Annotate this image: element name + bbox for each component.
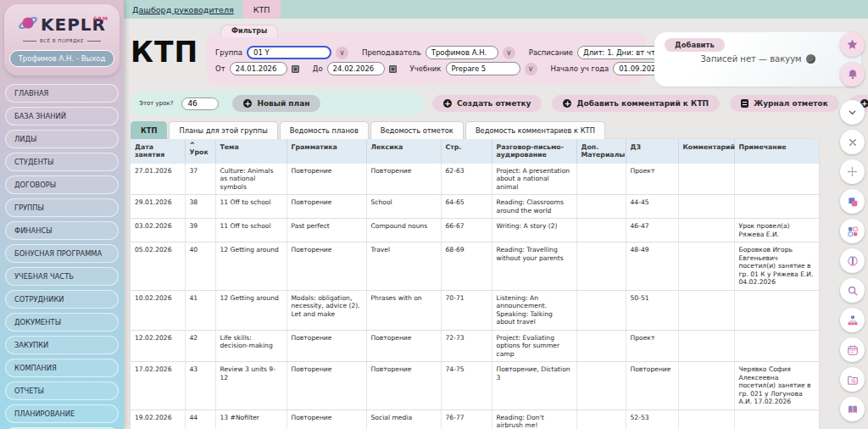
column-header-8[interactable]: ДЗ [626, 139, 678, 164]
cell-0: 12.02.2026 [131, 330, 185, 361]
right-icon-rail [840, 32, 865, 429]
copy-icon[interactable] [840, 189, 865, 214]
sidebar-item-finansy[interactable]: ФИНАНСЫ [5, 221, 119, 240]
sidebar-item-kompaniya[interactable]: КОМПАНИЯ [5, 359, 119, 377]
grid-icon[interactable] [840, 219, 865, 243]
column-header-1[interactable]: ^Урок [185, 139, 215, 164]
column-header-2[interactable]: Тема [215, 139, 287, 164]
view-tab-ktp-comments-sheet[interactable]: Ведомость комментариев к КТП [465, 121, 605, 139]
org-chart-icon[interactable] [840, 308, 865, 332]
folder-search-icon[interactable] [840, 367, 865, 392]
table-row[interactable]: 17.02.202643Review 3 units 9-12Повторени… [131, 362, 819, 410]
view-tab-plans-sheet[interactable]: Ведомость планов [280, 121, 369, 139]
sidebar-item-planirovanie[interactable]: ПЛАНИРОВАНИЕ [5, 404, 119, 423]
column-header-5[interactable]: Стр. [441, 139, 492, 164]
cell-7 [576, 242, 626, 290]
cell-0: 10.02.2026 [131, 290, 185, 330]
move-icon[interactable] [840, 159, 865, 184]
sidebar-item-uchebnaya-chast[interactable]: УЧЕБНАЯ ЧАСТЬ [5, 267, 119, 286]
cell-2: 12 Getting around [215, 242, 287, 290]
tab-dashboard[interactable]: Дашборд руководителя [124, 0, 242, 19]
sidebar-item-dokumenty[interactable]: ДОКУМЕНТЫ [5, 313, 119, 332]
chevron-down-icon: ∨ [339, 48, 345, 57]
textbook-input[interactable] [446, 62, 520, 75]
view-tab-group-plans[interactable]: Планы для этой группы [169, 121, 277, 139]
tab-ktp[interactable]: КТП [242, 0, 281, 19]
cell-6: Reading: Travelling without your parents [492, 242, 576, 290]
table-row[interactable]: 05.02.20264012 Getting aroundПовторениеT… [131, 242, 819, 290]
cell-10: Урок провел(а) Ряжева Е.И. [734, 219, 819, 242]
table-row[interactable]: 27.01.202637Culture: Animals as national… [131, 164, 819, 195]
cell-8: 44-45 [626, 195, 678, 219]
cell-9 [678, 410, 734, 429]
column-header-9[interactable]: Комментарий [678, 139, 734, 164]
cell-1: 43 [185, 362, 215, 410]
teacher-dropdown-button[interactable]: ∨ [503, 47, 515, 59]
column-header-7[interactable]: Доп. Материалы [576, 139, 626, 164]
close-icon[interactable] [840, 130, 865, 154]
group-input[interactable] [247, 46, 331, 59]
book-icon[interactable] [840, 397, 865, 421]
column-header-3[interactable]: Грамматика [287, 139, 366, 164]
column-header-4[interactable]: Лексика [366, 139, 441, 164]
calendar-icon[interactable] [292, 65, 299, 73]
brain-icon[interactable] [840, 248, 865, 273]
sidebar-item-dogovory[interactable]: ДОГОВОРЫ [5, 176, 119, 194]
sidebar-item-zakupki[interactable]: ЗАКУПКИ [5, 336, 119, 354]
action-buttons: Создать отметкуДобавить комментарий к КТ… [432, 95, 868, 112]
cell-7 [576, 330, 626, 361]
column-header-0[interactable]: Дата занятия [131, 139, 185, 164]
cell-5: 62-63 [441, 164, 492, 195]
cell-2: 12 Getting around [215, 290, 287, 330]
teacher-input[interactable] [426, 46, 498, 59]
calendar-icon[interactable] [389, 65, 397, 73]
cell-4: School [366, 195, 441, 219]
search-icon[interactable] [840, 278, 865, 303]
sidebar-item-baza-znaniy[interactable]: БАЗА ЗНАНИЙ [5, 107, 119, 125]
bell-icon[interactable] [840, 62, 865, 86]
sidebar-item-bonusnaya-programma[interactable]: БОНУСНАЯ ПРОГРАММА [5, 244, 119, 263]
sidebar-item-glavnaya[interactable]: ГЛАВНАЯ [5, 84, 119, 103]
view-tab-ktp[interactable]: КТП [131, 121, 167, 139]
empty-records-text: Записей нет — вакуум [700, 54, 801, 64]
sidebar-item-lidy[interactable]: ЛИДЫ [5, 130, 119, 148]
create-mark-button-label: Создать отметку [457, 99, 531, 108]
cell-7 [576, 219, 626, 242]
sidebar-item-studenty[interactable]: СТУДЕНТЫ [5, 153, 119, 171]
textbook-dropdown-button[interactable]: ∨ [525, 63, 537, 75]
cell-9 [678, 164, 734, 195]
user-logout-button[interactable]: Трофимов А.Н. - Выход [9, 50, 115, 67]
sidebar-item-sotrudniki[interactable]: СОТРУДНИКИ [5, 290, 119, 309]
ktp-table-container: Дата занятия^УрокТемаГрамматикаЛексикаСт… [131, 139, 819, 429]
star-icon[interactable] [840, 32, 865, 57]
top-tab-strip: Дашборд руководителя КТП [124, 0, 868, 19]
sidebar-item-otchety[interactable]: ОТЧЕТЫ [5, 382, 119, 400]
new-plan-button[interactable]: Новый план [232, 95, 320, 112]
create-mark-button[interactable]: Создать отметку [432, 95, 542, 112]
add-button[interactable]: Добавить [665, 38, 725, 52]
cell-10: Боровков Игорь Евгеньевич посетил(и) зан… [734, 242, 819, 290]
cell-3: Повторение [287, 195, 366, 219]
table-row[interactable]: 10.02.20264112 Getting aroundModals: obl… [131, 290, 819, 330]
column-header-6[interactable]: Разговор-письмо-аудирование [492, 139, 576, 164]
view-tab-marks-sheet[interactable]: Ведомость отметок [370, 121, 464, 139]
add-ktp-comment-button[interactable]: Добавить комментарий к КТП [552, 95, 720, 112]
sidebar-item-gruppy[interactable]: ГРУППЫ [5, 198, 119, 217]
ktp-table: Дата занятия^УрокТемаГрамматикаЛексикаСт… [131, 139, 819, 429]
group-dropdown-button[interactable]: ∨ [336, 47, 348, 59]
calendar-icon[interactable] [840, 337, 865, 362]
date-from-input[interactable] [230, 62, 287, 75]
cell-8: Проект [626, 330, 678, 361]
table-row[interactable]: 29.01.20263811 Off to schoolПовторениеSc… [131, 195, 819, 219]
date-to-input[interactable] [327, 62, 385, 75]
this-lesson-input[interactable] [181, 98, 219, 110]
marks-journal-button[interactable]: Журнал отметок [730, 95, 839, 112]
filters-panel-label: Фильтры [220, 25, 278, 37]
chevron-down-icon[interactable] [840, 100, 865, 125]
column-header-10[interactable]: Примечание [734, 139, 819, 164]
table-row[interactable]: 19.02.20264413 #NofilterПовторениеSocial… [131, 410, 819, 429]
planet-logo-icon [18, 13, 38, 36]
table-row[interactable]: 03.02.20263911 Off to schoolPast perfect… [131, 219, 819, 242]
table-row[interactable]: 12.02.202642Life skills: decision-making… [131, 330, 819, 361]
group-label: Группа [215, 48, 242, 57]
